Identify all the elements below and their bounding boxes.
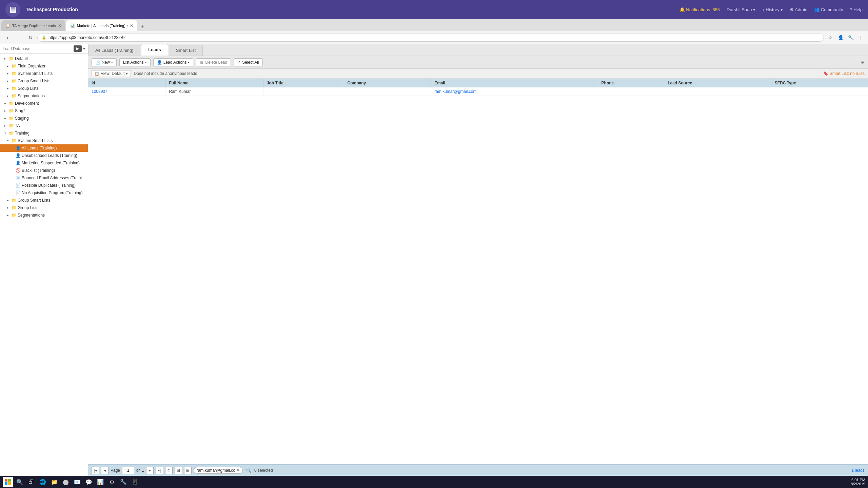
export-button[interactable]: ⊟ <box>175 467 182 474</box>
expand-icon: ▾ <box>3 131 7 136</box>
sidebar-label: Default <box>15 56 86 61</box>
community-button[interactable]: 👥 Community <box>814 7 843 12</box>
first-page-button[interactable]: |◂ <box>92 467 99 474</box>
browser-tab-2[interactable]: 📊 Marketo | All Leads (Training) • ✕ <box>66 20 137 31</box>
sidebar-item-marketing-suspended[interactable]: 👤 Marketing Suspended (Training) <box>0 159 88 167</box>
sidebar-item-ta[interactable]: ▸ 📁 TA <box>0 122 88 129</box>
address-bar[interactable]: 🔒 https://app-sj08.marketo.com/#SL21282B… <box>37 34 824 42</box>
refresh-button[interactable]: ↻ <box>26 33 35 42</box>
back-button[interactable]: ‹ <box>3 33 12 42</box>
bookmark-icon[interactable]: ☆ <box>826 33 835 42</box>
folder-icon: 📁 <box>8 123 14 128</box>
sidebar-item-system-smart-lists[interactable]: ▸ 📁 System Smart Lists <box>0 70 88 77</box>
sidebar-item-possible-duplicates[interactable]: 📄 Possible Duplicates (Training) <box>0 182 88 189</box>
table-container: Id Full Name Job Title Company Email Pho… <box>88 79 868 464</box>
ie-taskbar[interactable]: 🌐 <box>38 477 47 487</box>
sidebar-item-field-organizer[interactable]: ▸ 📁 Field Organizer <box>0 62 88 70</box>
sidebar-item-training-segmentations[interactable]: ▸ 📁 Segmentations <box>0 211 88 219</box>
app2-taskbar[interactable]: 📱 <box>130 477 140 487</box>
browser-tab-1[interactable]: 📋 TA Merge Duplicate Leads ✕ <box>1 20 65 31</box>
folder-icon: 📁 <box>8 101 14 106</box>
refresh-page-button[interactable]: ↻ <box>165 467 173 474</box>
help-button[interactable]: ? Help <box>850 7 863 12</box>
sidebar-item-no-acquisition[interactable]: 📄 No Acquisition Program (Training) <box>0 189 88 197</box>
extension-icon[interactable]: 🔧 <box>846 33 855 42</box>
excel-taskbar[interactable]: 📊 <box>96 477 105 487</box>
chrome-taskbar[interactable]: ⬤ <box>61 477 71 487</box>
search-options-icon[interactable]: ▾ <box>83 46 85 51</box>
select-all-button[interactable]: ✓ Select All <box>234 58 262 66</box>
email-link[interactable]: ram.kumar@gmail.com <box>434 89 476 94</box>
sidebar-item-group-lists[interactable]: ▸ 📁 Group Lists <box>0 85 88 92</box>
list-actions-button[interactable]: List Actions ▾ <box>119 58 151 66</box>
table-row: 1008907 Ram Kumar ram.kumar@gmail.com <box>88 87 868 96</box>
sidebar-item-unsubscribed-leads[interactable]: 👤 Unsubscribed Leads (Training) <box>0 152 88 159</box>
start-button[interactable] <box>3 477 13 487</box>
col-id[interactable]: Id <box>88 79 165 87</box>
sidebar-item-training-system-smart-lists[interactable]: ▾ 📁 System Smart Lists <box>0 137 88 144</box>
col-lead-source[interactable]: Lead Source <box>664 79 771 87</box>
col-full-name[interactable]: Full Name <box>165 79 263 87</box>
search-button[interactable]: ▶ <box>74 45 82 52</box>
tab2-close[interactable]: ✕ <box>130 23 133 28</box>
browser-tabs: 📋 TA Merge Duplicate Leads ✕ 📊 Marketo |… <box>0 19 868 31</box>
sidebar-item-bounced-emails[interactable]: 📧 Bounced Email Addresses (Training) <box>0 174 88 182</box>
history-button[interactable]: ↕ History ▾ <box>762 7 783 12</box>
filter-search-button[interactable]: 🔍 <box>245 467 252 474</box>
profile-icon[interactable]: 👤 <box>836 33 845 42</box>
sidebar-item-staging[interactable]: ▸ 📁 Staging <box>0 115 88 122</box>
sidebar-item-training-group-lists[interactable]: ▸ 📁 Group Lists <box>0 204 88 211</box>
sidebar-item-stag2[interactable]: ▸ 📁 Stag2 <box>0 107 88 115</box>
col-phone[interactable]: Phone <box>598 79 664 87</box>
tab-breadcrumb[interactable]: All Leads (Training) <box>88 45 140 56</box>
forward-button[interactable]: › <box>14 33 24 42</box>
sidebar-item-segmentations[interactable]: ▸ 📁 Segmentations <box>0 92 88 100</box>
view-button[interactable]: 📋 View: Default ▾ <box>92 70 131 77</box>
expand-icon <box>9 176 14 180</box>
new-tab-button[interactable]: + <box>138 22 147 31</box>
col-job-title[interactable]: Job Title <box>263 79 344 87</box>
browser-toolbar-icons: ☆ 👤 🔧 ⋮ <box>826 33 865 42</box>
next-page-button[interactable]: ▸ <box>146 467 154 474</box>
sidebar-label: Stag2 <box>15 108 86 113</box>
settings-taskbar[interactable]: ⚙ <box>107 477 117 487</box>
smart-list-tab-label: Smart List <box>176 48 196 53</box>
search-input[interactable] <box>3 46 72 51</box>
cell-email: ram.kumar@gmail.com <box>431 87 598 96</box>
col-sfdc-type[interactable]: SFDC Type <box>771 79 868 87</box>
teams-taskbar[interactable]: 💬 <box>84 477 94 487</box>
sidebar-item-training-group-smart-lists[interactable]: ▸ 📁 Group Smart Lists <box>0 197 88 204</box>
tab-smart-list[interactable]: Smart List <box>169 45 203 56</box>
filter-pill-close[interactable]: ✕ <box>237 468 240 472</box>
tab-leads[interactable]: Leads <box>141 44 168 56</box>
sidebar-item-group-smart-lists[interactable]: ▸ 📁 Group Smart Lists <box>0 77 88 85</box>
admin-button[interactable]: ⚙ Admin <box>790 7 807 12</box>
taskview-taskbar[interactable]: 🗗 <box>26 477 36 487</box>
sidebar-item-training[interactable]: ▾ 📁 Training <box>0 129 88 137</box>
columns-settings-button[interactable]: ⊞ <box>184 467 192 474</box>
sidebar-item-default[interactable]: ▸ 📁 Default <box>0 55 88 62</box>
table-header-row: Id Full Name Job Title Company Email Pho… <box>88 79 868 87</box>
menu-icon[interactable]: ⋮ <box>856 33 865 42</box>
lead-id-link[interactable]: 1008907 <box>92 89 107 94</box>
expand-icon: ▸ <box>5 213 10 218</box>
col-company[interactable]: Company <box>344 79 431 87</box>
sidebar-item-development[interactable]: ▸ 📁 Development <box>0 100 88 107</box>
last-page-button[interactable]: ▸| <box>156 467 163 474</box>
sidebar-item-blacklist[interactable]: 🚫 Blacklist (Training) <box>0 167 88 174</box>
columns-icon[interactable]: ⊞ <box>861 60 865 65</box>
outlook-taskbar[interactable]: 📧 <box>73 477 82 487</box>
sidebar-item-all-leads-training[interactable]: 👤 All Leads (Training) <box>0 144 88 152</box>
page-input[interactable] <box>122 467 134 474</box>
col-email[interactable]: Email <box>431 79 598 87</box>
user-menu[interactable]: Darshil Shah ▾ <box>727 7 755 12</box>
prev-page-button[interactable]: ◂ <box>101 467 108 474</box>
new-button[interactable]: 📄 New ▾ <box>92 58 117 66</box>
app1-taskbar[interactable]: 🔧 <box>119 477 128 487</box>
notifications-button[interactable]: 🔔 Notifications: 685 <box>679 7 720 12</box>
lead-actions-button[interactable]: 👤 Lead Actions ▾ <box>153 58 194 66</box>
search-taskbar[interactable]: 🔍 <box>15 477 24 487</box>
tab1-close[interactable]: ✕ <box>58 23 61 28</box>
folder-taskbar[interactable]: 📁 <box>50 477 59 487</box>
delete-lead-button[interactable]: 🗑 Delete Lead <box>196 58 231 66</box>
